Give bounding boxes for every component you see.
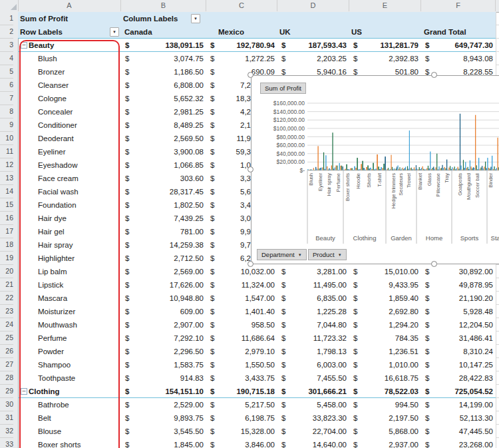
value-cell[interactable]: $2,692.80 [349,305,421,318]
collapse-button[interactable]: – [21,42,27,49]
chart-value-field-button[interactable]: Sum of Profit [260,83,306,94]
row-label-cell[interactable]: Boxer shorts [18,438,121,448]
value-cell[interactable]: $6,808.00 [121,79,206,92]
value-cell[interactable]: $2,529.00 [121,398,206,411]
value-cell[interactable]: $10,147.25 [421,358,496,371]
value-cell[interactable]: $14,640.00 [277,438,349,448]
value-cell[interactable]: $994.50 [349,398,421,411]
value-cell[interactable]: $3,433.75 [206,371,277,385]
column-header-a[interactable]: A [18,0,121,11]
row-label-cell[interactable]: Toothpaste [18,371,121,385]
value-cell[interactable]: $1,272.25 [206,52,277,65]
row-header-32[interactable]: 32 [0,425,13,438]
row-label-cell[interactable]: Hair gel [18,225,121,238]
row-header-2[interactable]: 2 [0,25,13,39]
row-label-cell[interactable]: Powder [18,345,121,358]
select-all-corner[interactable] [0,0,19,11]
value-cell[interactable]: $11,686.64 [206,332,277,345]
value-cell[interactable]: $2,937.00 [349,438,421,448]
value-cell[interactable]: $23,268.00 [421,438,496,448]
column-label-grand-total[interactable]: Grand Total [424,25,466,39]
value-cell[interactable]: $1,859.40 [349,292,421,305]
column-label-canada[interactable]: Canada [124,25,152,39]
row-header-29[interactable]: 29 [0,385,13,398]
row-label-cell[interactable]: Shampoo [18,358,121,371]
chart-department-field-button[interactable]: Department▼ [257,249,307,260]
value-cell[interactable]: $10,032.00 [206,265,277,278]
value-cell[interactable]: $8,489.25 [121,118,206,132]
row-header-20[interactable]: 20 [0,265,13,278]
value-cell[interactable]: $5,868.00 [349,425,421,438]
value-cell[interactable]: $2,203.25 [277,52,349,65]
value-cell[interactable]: $7,044.80 [277,318,349,332]
cell-a2-row-labels[interactable]: Row Labels [20,25,63,39]
chart-product-field-button[interactable]: Product▼ [308,249,347,260]
row-label-cell[interactable]: Blouse [18,425,121,438]
row-label-cell[interactable]: –Beauty [18,39,121,52]
value-cell[interactable]: $154,151.10 [121,385,206,398]
value-cell[interactable]: $9,893.75 [121,411,206,425]
row-labels-filter-dropdown[interactable]: ▼ [110,27,119,37]
row-header-23[interactable]: 23 [0,305,13,318]
row-header-33[interactable]: 33 [0,438,13,448]
value-cell[interactable]: $725,054.52 [421,385,496,398]
collapse-button[interactable]: – [21,388,27,395]
value-cell[interactable]: $2,392.83 [349,52,421,65]
value-cell[interactable]: $1,225.28 [277,305,349,318]
value-cell[interactable]: $192,780.94 [206,39,277,52]
row-header-16[interactable]: 16 [0,212,13,225]
value-cell[interactable]: $1,186.50 [121,65,206,79]
column-label-us[interactable]: US [351,25,362,39]
value-cell[interactable]: $47,445.50 [421,425,496,438]
row-header-25[interactable]: 25 [0,332,13,345]
value-cell[interactable]: $3,545.50 [121,425,206,438]
value-cell[interactable]: $15,328.00 [206,425,277,438]
row-header-17[interactable]: 17 [0,225,13,238]
cell-a1[interactable]: Sum of Profit [20,12,68,25]
row-label-cell[interactable]: Cologne [18,92,121,105]
value-cell[interactable]: $11,324.00 [206,278,277,292]
row-label-cell[interactable]: Eyeshadow [18,158,121,172]
row-header-4[interactable]: 4 [0,52,13,65]
value-cell[interactable]: $16,618.75 [349,371,421,385]
value-cell[interactable]: $2,979.10 [206,345,277,358]
value-cell[interactable]: $15,010.00 [349,265,421,278]
row-header-30[interactable]: 30 [0,398,13,411]
value-cell[interactable]: $5,928.48 [421,305,496,318]
value-cell[interactable]: $11,495.00 [277,278,349,292]
row-label-cell[interactable]: –Clothing [18,385,121,398]
value-cell[interactable]: $7,455.50 [277,371,349,385]
value-cell[interactable]: $5,652.32 [121,92,206,105]
row-label-cell[interactable]: Facial wash [18,185,121,198]
column-header-b[interactable]: B [121,0,206,11]
value-cell[interactable]: $1,066.85 [121,158,206,172]
value-cell[interactable]: $6,003.00 [277,358,349,371]
value-cell[interactable]: $1,798.13 [277,345,349,358]
value-cell[interactable]: $17,626.00 [121,278,206,292]
row-header-21[interactable]: 21 [0,278,13,292]
row-header-6[interactable]: 6 [0,79,13,92]
value-cell[interactable]: $10,948.80 [121,292,206,305]
value-cell[interactable]: $6,835.00 [277,292,349,305]
row-header-27[interactable]: 27 [0,358,13,371]
row-label-cell[interactable]: Foundation [18,198,121,212]
value-cell[interactable]: $3,281.00 [277,265,349,278]
value-cell[interactable]: $14,199.00 [421,398,496,411]
row-label-cell[interactable]: Hair dye [18,212,121,225]
value-cell[interactable]: $49,878.95 [421,278,496,292]
value-cell[interactable]: $2,569.00 [121,265,206,278]
value-cell[interactable]: $914.83 [121,371,206,385]
value-cell[interactable]: $187,593.43 [277,39,349,52]
row-label-cell[interactable]: Lip balm [18,265,121,278]
row-header-1[interactable]: 1 [0,12,13,25]
row-header-5[interactable]: 5 [0,65,13,79]
row-header-24[interactable]: 24 [0,318,13,332]
value-cell[interactable]: $78,522.03 [349,385,421,398]
column-header-f[interactable]: F [421,0,496,11]
value-cell[interactable]: $5,458.00 [277,398,349,411]
row-header-8[interactable]: 8 [0,105,13,118]
column-header-d[interactable]: D [277,0,349,11]
value-cell[interactable]: $1,401.40 [206,305,277,318]
value-cell[interactable]: $1,845.00 [121,438,206,448]
row-label-cell[interactable]: Mouthwash [18,318,121,332]
